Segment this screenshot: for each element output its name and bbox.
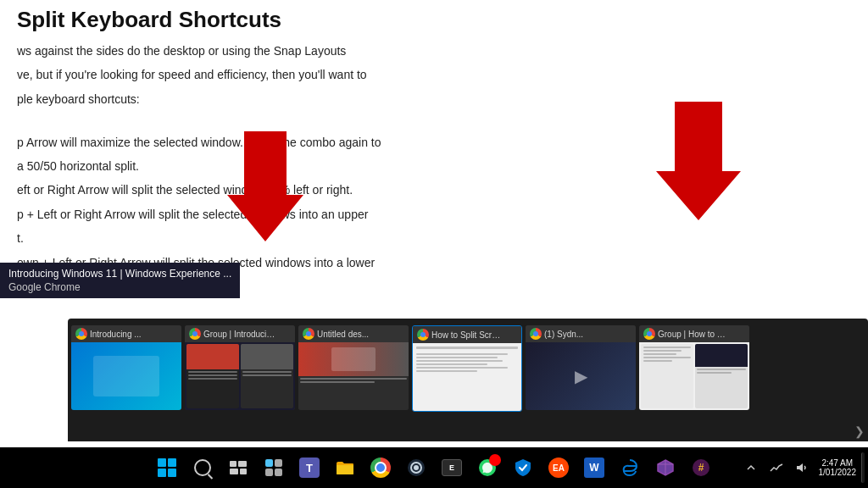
network-icon bbox=[770, 461, 783, 474]
tab-header-3: How to Split Scree... bbox=[413, 326, 521, 343]
svg-point-12 bbox=[414, 465, 419, 470]
taskview-button[interactable] bbox=[223, 452, 253, 483]
slack-button[interactable]: # bbox=[686, 452, 716, 483]
tab-item-4[interactable]: (1) Sydn... ▶ bbox=[526, 325, 636, 410]
chevron-up-icon bbox=[746, 463, 756, 473]
tab-header-2: Untitled des... bbox=[298, 325, 409, 342]
svg-rect-2 bbox=[230, 461, 236, 467]
folder-icon bbox=[336, 460, 354, 475]
system-tray: 2:47 AM 1/01/2022 bbox=[739, 452, 869, 483]
shield-icon bbox=[515, 458, 531, 477]
tab-item-5[interactable]: Group | How to Split Scree... bbox=[639, 325, 749, 410]
cube-icon bbox=[656, 458, 675, 477]
teams-icon: T bbox=[299, 458, 320, 478]
svg-rect-6 bbox=[265, 459, 273, 467]
whatsapp-button[interactable] bbox=[472, 452, 503, 483]
windows-logo-icon bbox=[158, 458, 176, 477]
tab-header-4: (1) Sydn... bbox=[526, 325, 636, 342]
file-explorer-button[interactable] bbox=[330, 452, 360, 483]
tab-thumb-4: ▶ bbox=[526, 342, 636, 410]
svg-marker-1 bbox=[656, 102, 741, 220]
search-icon bbox=[194, 459, 211, 476]
tab-item-2[interactable]: Untitled des... bbox=[298, 325, 409, 410]
whatsapp-badge bbox=[489, 454, 501, 466]
tab-label-4: (1) Sydn... bbox=[544, 330, 583, 339]
scroll-hint: ❯ bbox=[854, 424, 865, 438]
ea-icon: EA bbox=[548, 458, 569, 478]
svg-rect-4 bbox=[230, 469, 238, 474]
tab-favicon-4 bbox=[530, 328, 542, 340]
word-icon: W bbox=[584, 458, 604, 478]
show-desktop-button[interactable] bbox=[861, 452, 865, 483]
word-button[interactable]: W bbox=[579, 452, 609, 483]
tab-label-2: Untitled des... bbox=[317, 330, 369, 339]
tab-thumb-2 bbox=[298, 342, 409, 410]
edge-icon bbox=[620, 458, 639, 477]
taskbar: T E EA bbox=[0, 447, 868, 488]
steam-button[interactable] bbox=[401, 452, 431, 483]
svg-marker-0 bbox=[227, 131, 303, 241]
tab-item-1[interactable]: Group | Introducing Windo... bbox=[185, 325, 295, 410]
tray-network-icon[interactable] bbox=[765, 456, 788, 480]
search-button[interactable] bbox=[187, 452, 218, 483]
svg-rect-9 bbox=[275, 469, 282, 476]
tab-favicon-0 bbox=[75, 328, 87, 340]
down-arrow-left bbox=[227, 131, 303, 241]
tab-thumb-3 bbox=[413, 343, 521, 411]
tab-favicon-2 bbox=[303, 328, 314, 340]
cube-button[interactable] bbox=[650, 452, 681, 483]
tab-thumb-0 bbox=[71, 342, 181, 410]
tab-item-0[interactable]: Introducing ... bbox=[71, 325, 181, 410]
clock-time: 2:47 AM bbox=[821, 458, 853, 468]
tab-label-0: Introducing ... bbox=[90, 330, 142, 339]
epic-icon: E bbox=[442, 459, 462, 476]
svg-rect-3 bbox=[238, 461, 247, 467]
tooltip-title: Introducing Windows 11 | Windows Experie… bbox=[8, 268, 231, 280]
security-button[interactable] bbox=[508, 452, 538, 483]
widgets-icon bbox=[265, 459, 282, 476]
tab-favicon-3 bbox=[417, 329, 429, 341]
tab-favicon-5 bbox=[643, 328, 655, 340]
browser-tooltip: Introducing Windows 11 | Windows Experie… bbox=[0, 263, 240, 298]
slack-icon: # bbox=[692, 458, 710, 477]
page-title: Split Keyboard Shortcuts bbox=[17, 7, 851, 33]
windows-start-button[interactable] bbox=[152, 452, 182, 483]
tab-favicon-1 bbox=[189, 328, 201, 340]
tab-label-3: How to Split Scree... bbox=[431, 330, 504, 340]
svg-text:#: # bbox=[698, 462, 704, 474]
chrome-button[interactable] bbox=[365, 452, 396, 483]
taskview-icon bbox=[230, 461, 247, 474]
clock-date: 1/01/2022 bbox=[819, 468, 857, 477]
tab-thumb-5 bbox=[639, 342, 749, 410]
ea-button[interactable]: EA bbox=[543, 452, 574, 483]
tab-thumb-1 bbox=[185, 342, 295, 410]
article-line-2: ple keyboard shortcuts: bbox=[17, 90, 458, 108]
svg-rect-7 bbox=[275, 459, 282, 467]
tooltip-subtitle: Google Chrome bbox=[8, 281, 231, 293]
system-clock[interactable]: 2:47 AM 1/01/2022 bbox=[815, 458, 860, 477]
volume-icon bbox=[795, 461, 809, 474]
widgets-button[interactable] bbox=[259, 452, 289, 483]
tab-item-3[interactable]: How to Split Scree... bbox=[412, 325, 522, 412]
article-line-0: ws against the sides do the desktop or u… bbox=[17, 42, 458, 60]
svg-rect-5 bbox=[240, 469, 247, 474]
steam-icon bbox=[407, 458, 426, 477]
tray-volume-icon[interactable] bbox=[790, 456, 814, 480]
teams-button[interactable]: T bbox=[294, 452, 325, 483]
chrome-icon bbox=[370, 458, 391, 478]
tray-up-arrow[interactable] bbox=[739, 456, 763, 480]
svg-rect-8 bbox=[265, 469, 273, 476]
tab-strip: Introducing ... Group | Introducing Wind… bbox=[68, 319, 868, 441]
tab-header-0: Introducing ... bbox=[71, 325, 181, 342]
tab-label-5: Group | How to Split Scree... bbox=[658, 330, 730, 339]
epic-button[interactable]: E bbox=[437, 452, 467, 483]
down-arrow-right bbox=[656, 102, 741, 220]
tab-header-1: Group | Introducing Windo... bbox=[185, 325, 295, 342]
article-line-1: ve, but if you're looking for speed and … bbox=[17, 65, 458, 84]
tab-label-1: Group | Introducing Windo... bbox=[203, 330, 275, 339]
tab-header-5: Group | How to Split Scree... bbox=[639, 325, 749, 342]
edge-button[interactable] bbox=[615, 452, 645, 483]
